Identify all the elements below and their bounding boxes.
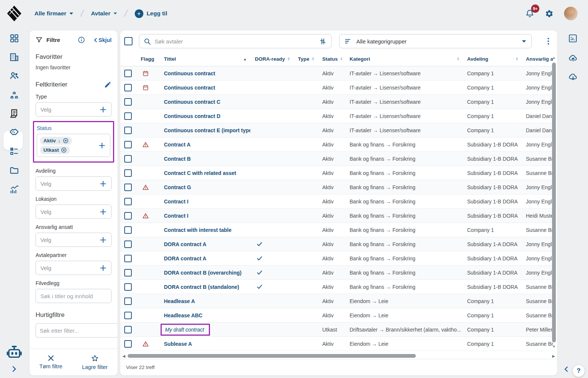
add-button[interactable]: + Legg til: [135, 9, 167, 18]
select-all-checkbox[interactable]: [124, 37, 132, 45]
column-header-type[interactable]: Type ▲▼: [293, 56, 318, 62]
cloud-upload-button[interactable]: [568, 53, 578, 63]
contract-title-link[interactable]: Continuous contract: [164, 70, 215, 76]
remove-chip-icon[interactable]: [61, 147, 67, 153]
plus-icon[interactable]: [98, 142, 106, 149]
vertical-scroll-thumb[interactable]: [552, 63, 556, 342]
scroll-down-arrow[interactable]: ▼: [552, 345, 556, 348]
row-checkbox[interactable]: [124, 326, 132, 333]
sidebar-item-companies[interactable]: [9, 52, 19, 62]
row-checkbox[interactable]: [124, 70, 132, 77]
sidebar-expand-button[interactable]: [12, 366, 16, 372]
sidebar-item-reports[interactable]: [9, 185, 19, 194]
sidebar-item-employees[interactable]: [9, 71, 19, 81]
row-checkbox[interactable]: [124, 127, 132, 134]
contract-title-link[interactable]: My draft contract: [161, 324, 210, 336]
horizontal-scrollbar[interactable]: ◀ ▶: [122, 353, 555, 359]
contract-title-link[interactable]: Contract A: [164, 142, 191, 148]
table-menu-button[interactable]: [545, 36, 551, 46]
status-chip-aktiv[interactable]: Aktiv ↓: [40, 137, 72, 145]
save-filter-button[interactable]: Lagre filter: [82, 354, 108, 370]
cloud-download-button[interactable]: [568, 72, 578, 81]
company-selector[interactable]: Alle firmaer: [34, 10, 73, 17]
department-select[interactable]: Velg: [36, 176, 112, 191]
status-chip-utkast[interactable]: Utkast: [40, 146, 70, 154]
attachment-search-input[interactable]: [36, 289, 112, 303]
row-checkbox[interactable]: [124, 283, 132, 291]
scroll-right-arrow[interactable]: ▶: [552, 354, 555, 358]
row-checkbox[interactable]: [124, 141, 132, 148]
row-checkbox[interactable]: [124, 241, 132, 248]
quick-filter-input[interactable]: [36, 323, 118, 338]
row-checkbox[interactable]: [124, 226, 132, 234]
contract-title-link[interactable]: Contract with interest table: [164, 227, 231, 233]
row-checkbox[interactable]: [124, 340, 132, 348]
row-checkbox[interactable]: [124, 312, 132, 319]
settings-button[interactable]: [545, 9, 554, 18]
sidebar-item-dashboard[interactable]: [9, 33, 19, 43]
contract-title-link[interactable]: DORA contract B (standalone): [164, 284, 239, 290]
contract-title-link[interactable]: Continuous contract D: [164, 113, 220, 119]
chatbot-button[interactable]: [6, 345, 22, 360]
row-checkbox[interactable]: [124, 98, 132, 106]
app-logo[interactable]: [7, 5, 22, 22]
row-checkbox[interactable]: [124, 169, 132, 177]
column-header-flagg[interactable]: Flagg: [136, 56, 159, 62]
sidebar-item-documents[interactable]: [9, 166, 19, 175]
contract-title-link[interactable]: Headlease ABC: [164, 312, 202, 318]
row-checkbox[interactable]: [124, 84, 132, 91]
column-header-tittel[interactable]: Tittel ▲: [159, 56, 250, 62]
collapse-panel-button[interactable]: [564, 366, 568, 372]
column-header-status[interactable]: Status ▲▼: [318, 56, 345, 62]
scroll-up-arrow[interactable]: ▲: [552, 56, 556, 60]
remove-chip-icon[interactable]: [63, 138, 68, 143]
row-checkbox[interactable]: [124, 155, 132, 163]
contract-title-link[interactable]: Continuous contract: [164, 85, 215, 91]
row-checkbox[interactable]: [124, 198, 132, 205]
sidebar-item-partners[interactable]: [9, 127, 19, 137]
contract-title-link[interactable]: Contract C with related asset: [164, 170, 236, 176]
column-header-ansvarlig[interactable]: Ansvarlig ansatt: [521, 56, 553, 62]
responsible-select[interactable]: Velg: [36, 233, 112, 247]
contract-title-link[interactable]: Continuous contract C: [164, 99, 220, 105]
contract-title-link[interactable]: Contract I: [164, 199, 188, 205]
row-checkbox[interactable]: [124, 212, 132, 220]
column-header-dora-ready[interactable]: DORA-ready ▲▼: [250, 56, 293, 62]
scroll-left-arrow[interactable]: ◀: [122, 354, 125, 358]
module-selector[interactable]: Avtaler: [91, 10, 117, 17]
location-select[interactable]: Velg: [36, 205, 112, 219]
edit-criteria-button[interactable]: [104, 81, 112, 88]
hide-filters-button[interactable]: Skjul: [94, 37, 112, 43]
filter-info-button[interactable]: [78, 36, 85, 43]
search-input[interactable]: [155, 38, 315, 45]
clear-filters-button[interactable]: Tøm filtre: [39, 355, 62, 369]
sidebar-item-org-structure[interactable]: [9, 90, 19, 100]
partner-select[interactable]: Velg: [36, 261, 112, 275]
column-header-kategori[interactable]: Kategori ▲▼: [345, 56, 463, 62]
contract-title-link[interactable]: Sublease A: [164, 341, 192, 347]
contract-title-link[interactable]: DORA contract A: [164, 255, 206, 261]
contract-title-link[interactable]: DORA contract A: [164, 241, 206, 247]
horizontal-scroll-thumb[interactable]: [128, 354, 416, 358]
contract-title-link[interactable]: Continuous contract E (import typo): [164, 127, 250, 133]
row-checkbox[interactable]: [124, 269, 132, 276]
contract-title-link[interactable]: Headlease A: [164, 298, 195, 304]
statistics-panel-button[interactable]: [568, 34, 578, 43]
column-header-avdeling[interactable]: Avdeling ▲▼: [463, 56, 521, 62]
sidebar-item-contracts[interactable]: [9, 109, 19, 119]
row-checkbox[interactable]: [124, 255, 132, 262]
sidebar-item-tasks[interactable]: [9, 146, 19, 156]
status-select[interactable]: Aktiv ↓ Utkast: [37, 134, 110, 157]
row-checkbox[interactable]: [124, 184, 132, 191]
type-select[interactable]: Velg: [36, 102, 112, 117]
notifications-button[interactable]: 9+: [525, 9, 534, 18]
contract-title-link[interactable]: DORA contract B (overarching): [164, 270, 241, 276]
vertical-scrollbar[interactable]: ▲ ▼: [552, 54, 556, 351]
row-checkbox[interactable]: [124, 112, 132, 120]
contract-title-link[interactable]: Contract G: [164, 184, 191, 190]
contract-title-link[interactable]: Contract I: [164, 213, 188, 219]
user-avatar[interactable]: [564, 7, 578, 20]
row-checkbox[interactable]: [124, 297, 132, 305]
search-settings-icon[interactable]: [319, 37, 327, 45]
category-group-dropdown[interactable]: Alle kategorigrupper: [339, 34, 532, 48]
